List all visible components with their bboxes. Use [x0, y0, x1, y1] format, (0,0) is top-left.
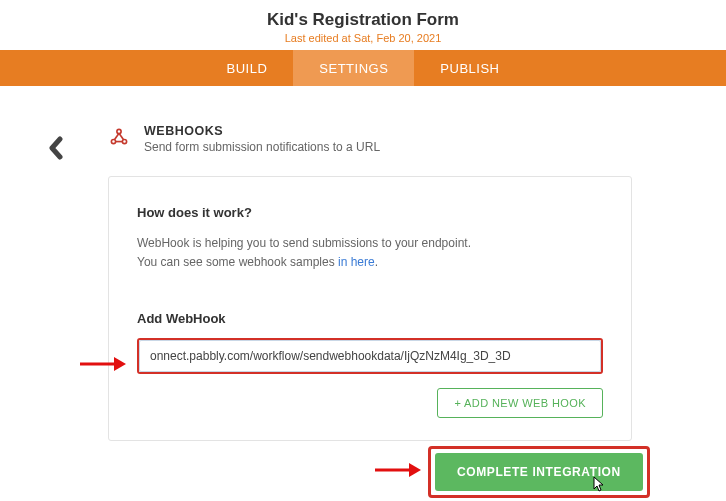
- section-subtitle: Send form submission notifications to a …: [144, 140, 380, 154]
- tab-bar: BUILD SETTINGS PUBLISH: [0, 50, 726, 86]
- add-new-webhook-button[interactable]: + ADD NEW WEB HOOK: [437, 388, 603, 418]
- how-it-works-title: How does it work?: [137, 205, 603, 220]
- webhook-url-input[interactable]: [139, 340, 601, 372]
- tab-publish[interactable]: PUBLISH: [414, 50, 525, 86]
- tab-build[interactable]: BUILD: [201, 50, 294, 86]
- section-header: WEBHOOKS Send form submission notificati…: [108, 124, 380, 154]
- tab-settings[interactable]: SETTINGS: [293, 50, 414, 86]
- samples-link[interactable]: in here: [338, 255, 375, 269]
- svg-point-2: [117, 129, 121, 133]
- chevron-left-icon: [48, 136, 64, 160]
- how-line2-post: .: [375, 255, 378, 269]
- last-edited-label: Last edited at Sat, Feb 20, 2021: [0, 32, 726, 44]
- complete-highlight-box: COMPLETE INTEGRATION: [428, 446, 650, 498]
- how-line1: WebHook is helping you to send submissio…: [137, 236, 471, 250]
- annotation-arrow-icon: [373, 460, 421, 480]
- complete-integration-label: COMPLETE INTEGRATION: [457, 465, 621, 479]
- webhook-panel: How does it work? WebHook is helping you…: [108, 176, 632, 441]
- how-line2-pre: You can see some webhook samples: [137, 255, 338, 269]
- page-header: Kid's Registration Form Last edited at S…: [0, 0, 726, 50]
- url-highlight-box: [137, 338, 603, 374]
- webhook-icon: [108, 126, 130, 148]
- form-title: Kid's Registration Form: [0, 10, 726, 30]
- add-webhook-title: Add WebHook: [137, 311, 603, 326]
- how-it-works-desc: WebHook is helping you to send submissio…: [137, 234, 603, 271]
- complete-integration-button[interactable]: COMPLETE INTEGRATION: [435, 453, 643, 491]
- svg-marker-6: [409, 463, 421, 477]
- back-button[interactable]: [48, 136, 64, 160]
- section-title: WEBHOOKS: [144, 124, 380, 138]
